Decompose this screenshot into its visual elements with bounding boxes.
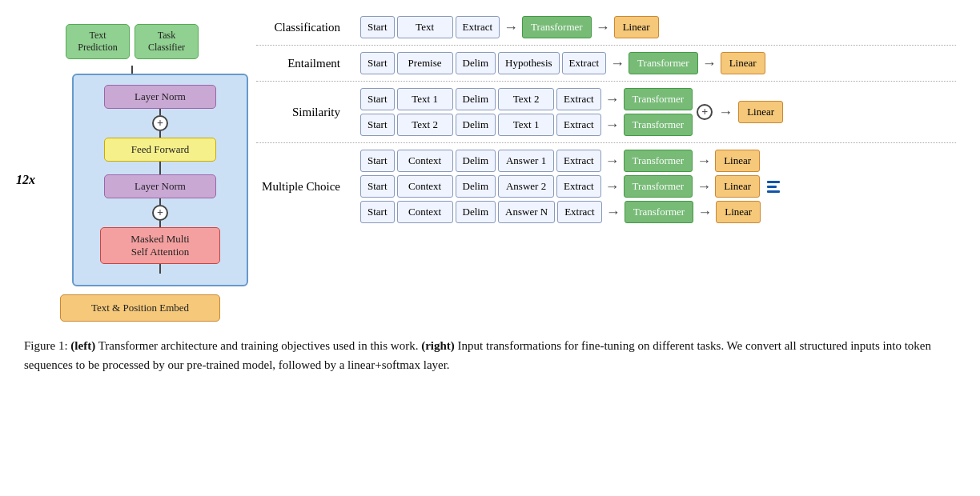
layer-norm-bot-block: Layer Norm (104, 174, 216, 198)
seq-delim-mc2: Delim (456, 175, 496, 198)
arch-top-outputs: Text Prediction Task Classifier (24, 24, 240, 59)
arrow-mc3: → (606, 204, 621, 221)
linear-box-sim: Linear (738, 101, 783, 123)
task-content-entailment: Start Premise Delim Hypothesis Extract →… (360, 52, 956, 74)
arch-inner: Layer Norm + Feed Forward Layer Norm (85, 85, 235, 274)
task-row-entailment: Entailment Start Premise Delim Hypothesi… (256, 46, 956, 82)
task-seq-sim2: Start Text 2 Delim Text 1 Extract → Tran… (360, 114, 693, 136)
text-prediction-block: Text Prediction (66, 24, 130, 59)
arrow-right-s1: → (605, 91, 620, 108)
seq-delim-s2: Delim (456, 114, 496, 136)
seq-extract-mc3: Extract (557, 201, 602, 223)
task-seq-mc2: Start Context Delim Answer 2 Extract → T… (360, 175, 761, 198)
seq-start-e: Start (360, 52, 395, 74)
seq-start-mc3: Start (360, 201, 395, 223)
seq-delim-s1: Delim (456, 88, 496, 110)
attention-block: Masked MultiSelf Attention (100, 227, 220, 264)
linear-mc3: Linear (716, 201, 761, 223)
arrow-mc1: → (605, 153, 620, 170)
seq-delim-mc3: Delim (456, 201, 496, 223)
task-row-similarity: Similarity Start Text 1 Delim Text 2 Ext… (256, 82, 956, 143)
seq-extract-e: Extract (562, 52, 607, 74)
arrow-mc2b: → (697, 178, 711, 195)
arrow-right: → (504, 19, 518, 36)
mc-stacked-lines (767, 181, 780, 193)
seq-extract-s1: Extract (556, 88, 601, 110)
task-label-similarity: Similarity (256, 106, 352, 119)
task-content-classification: Start Text Extract → Transformer → Linea… (360, 16, 956, 38)
transformer-mc1: Transformer (624, 150, 693, 172)
seq-start-s1: Start (360, 88, 395, 110)
task-classifier-block: Task Classifier (135, 24, 199, 59)
seq-hypothesis: Hypothesis (498, 52, 560, 74)
layer-norm-top-block: Layer Norm (104, 85, 216, 109)
arch-diagram: Text Prediction Task Classifier 12x Laye… (24, 24, 240, 322)
transformer-mc2: Transformer (624, 175, 693, 198)
task-seq-mc1: Start Context Delim Answer 1 Extract → T… (360, 150, 761, 172)
transformer-box-cls: Transformer (522, 16, 592, 38)
seq-premise: Premise (397, 52, 453, 74)
linear-mc2: Linear (715, 175, 760, 198)
seq-context-mc2: Context (397, 175, 453, 198)
task-label-entailment: Entailment (256, 57, 352, 70)
arrow-right-2: → (596, 19, 610, 36)
seq-text: Text (397, 16, 453, 38)
task-label-mc: Multiple Choice (256, 180, 352, 194)
tasks-diagram: Classification Start Text Extract → Tran… (256, 16, 956, 230)
arrow-right-s2: → (605, 117, 620, 134)
main-container: Text Prediction Task Classifier 12x Laye… (24, 16, 956, 374)
linear-box-ent: Linear (721, 52, 765, 74)
arch-outer-box: Layer Norm + Feed Forward Layer Norm (72, 74, 248, 286)
mc-line-3 (767, 190, 780, 193)
arrow-mc1b: → (697, 153, 711, 170)
arrow-right-sim: → (718, 104, 733, 121)
linear-box-cls: Linear (614, 16, 659, 38)
embed-block: Text & Position Embed (60, 294, 220, 322)
seq-ansn-mc3: Answer N (498, 201, 555, 223)
add-circle-top: + (152, 115, 168, 131)
seq-extract-mc1: Extract (556, 150, 601, 172)
task-seq-mc3: Start Context Delim Answer N Extract → T… (360, 201, 761, 223)
task-content-mc: Start Context Delim Answer 1 Extract → T… (360, 150, 956, 223)
task-seq-entailment: Start Premise Delim Hypothesis Extract →… (360, 52, 956, 74)
seq-start-mc1: Start (360, 150, 395, 172)
diagram-row: Text Prediction Task Classifier 12x Laye… (24, 16, 956, 322)
arrow-right-e2: → (702, 55, 717, 72)
transformer-box-s2: Transformer (624, 114, 693, 136)
seq-text2-s2: Text 2 (397, 114, 453, 136)
add-circle-bot: + (152, 205, 168, 221)
task-content-similarity: Start Text 1 Delim Text 2 Extract → Tran… (360, 88, 956, 136)
seq-extract-mc2: Extract (556, 175, 601, 198)
task-row-mc: Multiple Choice Start Context Delim Answ… (256, 143, 956, 230)
seq-text1-s1: Text 1 (397, 88, 453, 110)
twelve-x-label: 12x (16, 173, 35, 187)
caption-left-text: Transformer architecture and training ob… (98, 339, 419, 352)
figure-num: Figure 1: (24, 339, 68, 352)
seq-start: Start (360, 16, 395, 38)
seq-start-s2: Start (360, 114, 395, 136)
seq-ans1-mc1: Answer 1 (498, 150, 554, 172)
seq-extract: Extract (456, 16, 500, 38)
seq-text1-s2: Text 1 (498, 114, 554, 136)
mc-line-2 (767, 186, 777, 188)
seq-delim-e: Delim (456, 52, 496, 74)
task-label-classification: Classification (256, 21, 352, 34)
seq-context-mc1: Context (397, 150, 453, 172)
task-seq-classification: Start Text Extract → Transformer → Linea… (360, 16, 956, 38)
task-seq-sim1: Start Text 1 Delim Text 2 Extract → Tran… (360, 88, 693, 110)
seq-ans2-mc2: Answer 2 (498, 175, 554, 198)
feed-forward-block: Feed Forward (104, 138, 216, 162)
caption-left-label: (left) (70, 339, 95, 352)
figure-caption: Figure 1: (left) Transformer architectur… (24, 336, 956, 374)
transformer-mc3: Transformer (625, 201, 694, 223)
transformer-box-s1: Transformer (624, 88, 693, 110)
linear-mc1: Linear (715, 150, 760, 172)
transformer-box-ent: Transformer (629, 52, 698, 74)
mc-line-1 (767, 181, 780, 183)
seq-context-mc3: Context (397, 201, 453, 223)
seq-extract-s2: Extract (556, 114, 601, 136)
seq-delim-mc1: Delim (456, 150, 496, 172)
task-row-classification: Classification Start Text Extract → Tran… (256, 16, 956, 46)
seq-start-mc2: Start (360, 175, 395, 198)
arrow-mc2: → (605, 178, 620, 195)
